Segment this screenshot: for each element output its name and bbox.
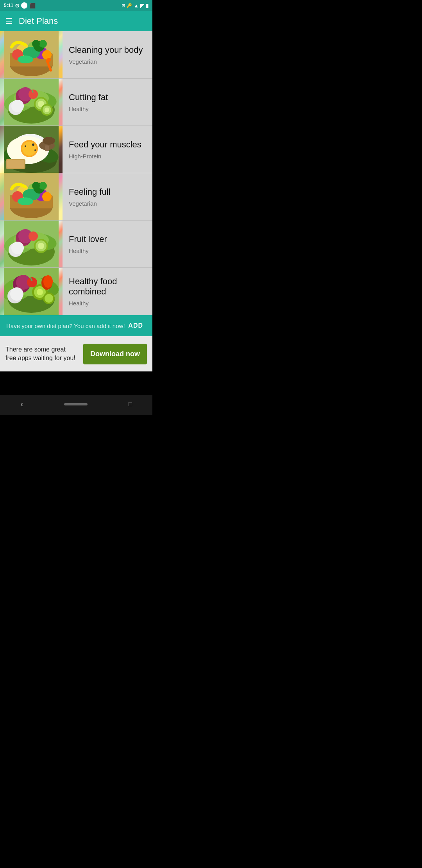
diet-list: Cleaning your body Vegetarian — [0, 31, 152, 315]
svg-rect-44 — [45, 145, 49, 151]
item-name: Fruit lover — [69, 234, 146, 244]
food-image-veggies — [0, 31, 63, 78]
svg-point-70 — [11, 242, 24, 254]
item-name: Feeling full — [69, 187, 146, 197]
status-right: ⊡ 🔑 ▲ ◤ ▮ — [122, 3, 148, 9]
item-thumbnail — [0, 31, 63, 78]
item-info: Fruit lover Healthy — [63, 221, 152, 267]
item-info: Cleaning your body Vegetarian — [63, 31, 152, 78]
add-plan-text: Have your own diet plan? You can add it … — [6, 323, 125, 329]
battery-icon: ▮ — [146, 3, 148, 9]
item-category: Healthy — [69, 106, 146, 112]
ad-text: There are some great free apps waiting f… — [5, 345, 78, 363]
signal-icon: ◤ — [140, 3, 144, 9]
item-name: Cutting fat — [69, 92, 146, 102]
item-name: Healthy food combined — [69, 276, 146, 297]
add-plan-banner: Have your own diet plan? You can add it … — [0, 315, 152, 336]
svg-point-83 — [45, 294, 53, 303]
svg-point-37 — [22, 142, 36, 156]
svg-point-58 — [32, 182, 40, 190]
item-info: Cutting fat Healthy — [63, 79, 152, 126]
svg-point-45 — [43, 137, 55, 145]
download-now-button[interactable]: Download now — [83, 344, 147, 364]
item-category: High-Protein — [69, 153, 146, 160]
google-icon: G — [15, 3, 19, 9]
food-image-salad — [0, 79, 63, 126]
key-icon: 🔑 — [127, 3, 132, 8]
svg-point-40 — [34, 149, 36, 151]
list-item[interactable]: Cleaning your body Vegetarian — [0, 31, 152, 79]
svg-point-12 — [32, 40, 40, 48]
svg-point-11 — [39, 40, 47, 48]
wifi-icon: ▲ — [134, 3, 139, 9]
home-pill[interactable] — [64, 403, 88, 405]
item-thumbnail — [0, 126, 63, 173]
nav-bar: ‹ □ — [0, 395, 152, 415]
list-item[interactable]: Feeling full Vegetarian — [0, 173, 152, 221]
toolbar: ☰ Diet Plans — [0, 11, 152, 31]
item-category: Vegetarian — [69, 200, 146, 207]
item-thumbnail — [0, 221, 63, 267]
svg-point-13 — [47, 58, 51, 62]
svg-point-68 — [38, 243, 44, 249]
svg-rect-42 — [7, 160, 24, 168]
svg-point-9 — [18, 56, 33, 63]
svg-point-85 — [10, 287, 23, 301]
svg-point-26 — [45, 108, 49, 112]
svg-point-39 — [25, 145, 26, 147]
screenshot-icon: ⬛ — [29, 3, 36, 9]
recents-button[interactable]: □ — [128, 401, 132, 408]
svg-point-57 — [39, 182, 47, 190]
item-thumbnail — [0, 268, 63, 315]
bottom-spacer — [0, 371, 152, 395]
circle-icon — [21, 2, 27, 9]
list-item[interactable]: Cutting fat Healthy — [0, 79, 152, 126]
svg-point-28 — [11, 100, 24, 112]
svg-point-8 — [42, 50, 52, 59]
svg-point-54 — [42, 192, 52, 201]
status-bar: 5:11 G ⬛ ⊡ 🔑 ▲ ◤ ▮ — [0, 0, 152, 11]
food-image-egg — [0, 126, 63, 173]
food-image-salad2 — [0, 221, 63, 267]
back-button[interactable]: ‹ — [20, 399, 23, 409]
page-title: Diet Plans — [19, 16, 58, 26]
svg-point-55 — [18, 197, 33, 205]
list-item[interactable]: Healthy food combined Healthy — [0, 268, 152, 315]
menu-icon[interactable]: ☰ — [5, 16, 13, 26]
svg-point-29 — [29, 90, 38, 99]
item-category: Healthy — [69, 300, 146, 307]
add-plan-button[interactable]: Add — [125, 321, 146, 331]
cast-icon: ⊡ — [122, 3, 125, 8]
status-time: 5:11 — [4, 3, 13, 8]
item-info: Feed your muscles High-Protein — [63, 126, 152, 173]
svg-point-38 — [32, 143, 34, 146]
item-info: Feeling full Vegetarian — [63, 173, 152, 220]
svg-point-88 — [43, 275, 53, 288]
ad-banner: There are some great free apps waiting f… — [0, 336, 152, 371]
svg-point-81 — [37, 289, 43, 295]
food-image-salad3 — [0, 268, 63, 315]
item-info: Healthy food combined Healthy — [63, 268, 152, 315]
status-left: 5:11 G ⬛ — [4, 2, 36, 9]
item-thumbnail — [0, 79, 63, 126]
svg-point-71 — [29, 231, 38, 241]
svg-point-86 — [27, 277, 37, 287]
item-name: Feed your muscles — [69, 140, 146, 150]
list-item[interactable]: Feed your muscles High-Protein — [0, 126, 152, 173]
item-name: Cleaning your body — [69, 45, 146, 55]
item-category: Vegetarian — [69, 58, 146, 65]
food-image-fruit — [0, 173, 63, 220]
item-category: Healthy — [69, 247, 146, 254]
item-thumbnail — [0, 173, 63, 220]
list-item[interactable]: Fruit lover Healthy — [0, 221, 152, 268]
